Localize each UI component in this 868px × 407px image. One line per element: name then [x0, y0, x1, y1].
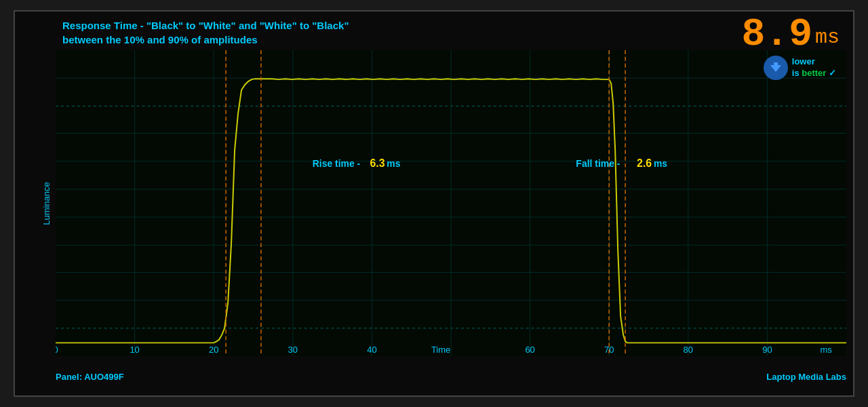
- is-better-text: is better ✓: [792, 68, 836, 79]
- chart-area: Luminance lower is better ✓: [56, 50, 846, 356]
- title-line1: Response Time - "Black" to "White" and "…: [62, 20, 349, 31]
- brand-label: Laptop Media Labs: [766, 372, 846, 382]
- svg-text:Rise time -: Rise time -: [313, 158, 361, 169]
- svg-rect-1: [774, 62, 778, 68]
- title-line2: between the 10% and 90% of amplitudes: [62, 34, 258, 45]
- response-time-unit: ms: [815, 26, 840, 49]
- chart-svg: 0 10 20 30 40 Time 60 70 80 90 ms 100% 9…: [56, 50, 846, 356]
- svg-text:10: 10: [130, 345, 139, 355]
- response-time-display: 8.9 ms: [742, 15, 840, 54]
- chart-container: Response Time - "Black" to "White" and "…: [14, 10, 854, 397]
- svg-text:0: 0: [56, 345, 58, 355]
- response-time-value: 8.9: [742, 15, 812, 54]
- svg-text:Time: Time: [431, 345, 450, 355]
- down-arrow-icon: [764, 56, 788, 80]
- chart-title: Response Time - "Black" to "White" and "…: [56, 18, 846, 47]
- lower-text: lower: [792, 56, 836, 68]
- svg-text:60: 60: [525, 345, 534, 355]
- better-word: better: [802, 68, 826, 78]
- svg-text:90: 90: [762, 345, 772, 355]
- svg-text:80: 80: [684, 345, 693, 355]
- svg-text:2.6: 2.6: [637, 157, 652, 169]
- svg-text:30: 30: [288, 345, 298, 355]
- lower-better-text: lower is better ✓: [792, 56, 836, 79]
- svg-text:6.3: 6.3: [370, 157, 384, 169]
- lower-is-better-badge: lower is better ✓: [764, 56, 836, 80]
- svg-text:40: 40: [367, 345, 376, 355]
- svg-text:ms: ms: [387, 158, 400, 169]
- panel-label: Panel: AUO499F: [56, 372, 124, 382]
- svg-text:Fall time -: Fall time -: [576, 158, 620, 169]
- svg-text:ms: ms: [820, 345, 831, 355]
- svg-text:20: 20: [209, 345, 218, 355]
- svg-text:ms: ms: [654, 158, 667, 169]
- y-axis-label: Luminance: [41, 182, 52, 225]
